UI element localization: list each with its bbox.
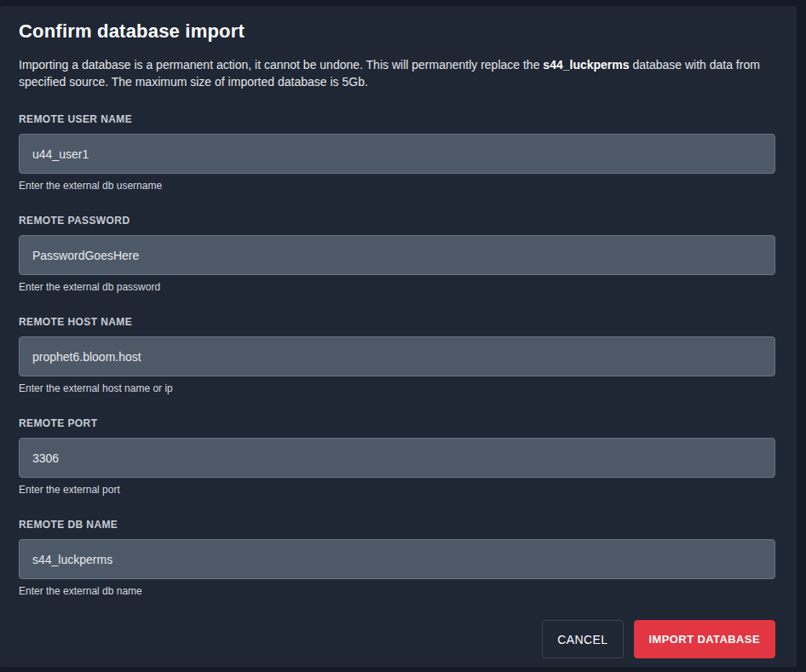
remote-user-name-label: REMOTE USER NAME <box>19 113 775 125</box>
remote-password-label: REMOTE PASSWORD <box>19 215 775 227</box>
field-group-remote-user-name: REMOTE USER NAME Enter the external db u… <box>19 113 775 192</box>
remote-db-name-helper: Enter the external db name <box>19 585 775 597</box>
remote-password-helper: Enter the external db password <box>19 281 775 293</box>
remote-host-name-helper: Enter the external host name or ip <box>19 382 775 394</box>
remote-host-name-label: REMOTE HOST NAME <box>19 316 775 328</box>
remote-user-name-helper: Enter the external db username <box>19 180 775 192</box>
page-title: Confirm database import <box>19 20 775 43</box>
remote-db-name-label: REMOTE DB NAME <box>19 519 775 531</box>
field-group-remote-db-name: REMOTE DB NAME Enter the external db nam… <box>19 519 775 597</box>
field-group-remote-port: REMOTE PORT Enter the external port <box>19 417 775 496</box>
database-name-highlight: s44_luckperms <box>543 58 629 72</box>
field-group-remote-password: REMOTE PASSWORD Enter the external db pa… <box>19 215 775 293</box>
remote-host-name-input[interactable] <box>19 336 775 376</box>
modal-description: Importing a database is a permanent acti… <box>19 56 769 90</box>
import-form: REMOTE USER NAME Enter the external db u… <box>19 113 775 597</box>
remote-user-name-input[interactable] <box>19 134 775 174</box>
import-database-button[interactable]: IMPORT DATABASE <box>634 620 775 658</box>
remote-port-input[interactable] <box>19 438 775 478</box>
cancel-button[interactable]: CANCEL <box>542 620 623 658</box>
remote-port-helper: Enter the external port <box>19 484 775 496</box>
remote-password-input[interactable] <box>19 235 775 275</box>
remote-port-label: REMOTE PORT <box>19 417 775 429</box>
remote-db-name-input[interactable] <box>19 539 775 579</box>
modal-footer: CANCEL IMPORT DATABASE <box>19 620 775 658</box>
confirm-database-import-modal: Confirm database import Importing a data… <box>0 6 797 667</box>
field-group-remote-host-name: REMOTE HOST NAME Enter the external host… <box>19 316 775 394</box>
description-text-1: Importing a database is a permanent acti… <box>19 58 543 72</box>
